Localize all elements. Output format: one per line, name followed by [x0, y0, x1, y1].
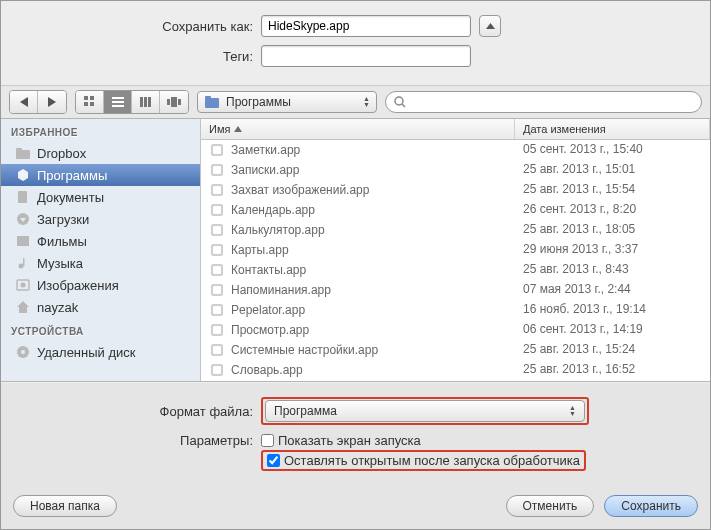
params-label: Параметры: — [11, 433, 261, 448]
sidebar-item-documents[interactable]: Документы — [1, 186, 200, 208]
search-input[interactable] — [410, 95, 693, 109]
file-list-header: Имя Дата изменения — [201, 119, 710, 140]
nav-buttons — [9, 90, 67, 114]
tags-input[interactable] — [261, 45, 471, 67]
app-icon — [209, 302, 225, 318]
save-dialog: Сохранить как: Теги: Программы ▲▼ — [0, 0, 711, 530]
file-date: 25 авг. 2013 г., 18:05 — [523, 222, 635, 236]
toolbar: Программы ▲▼ — [1, 85, 710, 119]
svg-rect-21 — [16, 148, 22, 151]
file-date: 25 авг. 2013 г., 15:54 — [523, 182, 635, 196]
table-row[interactable]: Словарь.app25 авг. 2013 г., 16:52 — [201, 360, 710, 380]
sidebar-devices-header: УСТРОЙСТВА — [1, 318, 200, 341]
sidebar-item-downloads[interactable]: Загрузки — [1, 208, 200, 230]
sidebar-item-home[interactable]: nayzak — [1, 296, 200, 318]
select-arrows-icon: ▲▼ — [569, 405, 576, 417]
file-date: 06 сент. 2013 г., 14:19 — [523, 322, 643, 336]
show-startup-checkbox[interactable] — [261, 434, 274, 447]
svg-marker-2 — [48, 97, 56, 107]
options-section: Формат файла: Программа ▲▼ Параметры: По… — [1, 382, 710, 487]
stay-open-checkbox-row[interactable]: Оставлять открытым после запуска обработ… — [267, 453, 580, 468]
save-button[interactable]: Сохранить — [604, 495, 698, 517]
sidebar-item-music[interactable]: Музыка — [1, 252, 200, 274]
file-browser: ИЗБРАННОЕ Dropbox Программы Документы За… — [1, 119, 710, 382]
back-button[interactable] — [10, 91, 38, 113]
svg-rect-13 — [167, 99, 170, 105]
file-name: Контакты.app — [231, 263, 306, 277]
svg-rect-15 — [178, 99, 181, 105]
search-box[interactable] — [385, 91, 702, 113]
sidebar-item-label: Документы — [37, 190, 104, 205]
file-name: Записки.app — [231, 163, 299, 177]
table-row[interactable]: Системные настройки.app25 авг. 2013 г., … — [201, 340, 710, 360]
sidebar-item-remote-disc[interactable]: Удаленный диск — [1, 341, 200, 363]
app-icon — [209, 362, 225, 378]
table-row[interactable]: Календарь.app26 сент. 2013 г., 8:20 — [201, 200, 710, 220]
location-select[interactable]: Программы ▲▼ — [197, 91, 377, 113]
format-label: Формат файла: — [11, 404, 261, 419]
column-header-date[interactable]: Дата изменения — [515, 119, 710, 139]
file-name: Напоминания.app — [231, 283, 331, 297]
table-row[interactable]: Сообщения.app08 мая 2012 г., 7:21 — [201, 380, 710, 381]
table-row[interactable]: Карты.app29 июня 2013 г., 3:37 — [201, 240, 710, 260]
table-row[interactable]: Просмотр.app06 сент. 2013 г., 14:19 — [201, 320, 710, 340]
file-name: Заметки.app — [231, 143, 300, 157]
table-row[interactable]: Контакты.app25 авг. 2013 г., 8:43 — [201, 260, 710, 280]
view-coverflow-button[interactable] — [160, 91, 188, 113]
app-icon — [209, 142, 225, 158]
sidebar-item-label: Программы — [37, 168, 107, 183]
view-columns-button[interactable] — [132, 91, 160, 113]
app-icon — [209, 262, 225, 278]
svg-point-26 — [19, 264, 24, 269]
svg-rect-22 — [18, 191, 27, 203]
svg-rect-12 — [148, 97, 151, 107]
pictures-icon — [15, 277, 31, 293]
forward-button[interactable] — [38, 91, 66, 113]
svg-rect-3 — [84, 96, 88, 100]
table-row[interactable]: Калькулятор.app25 авг. 2013 г., 18:05 — [201, 220, 710, 240]
file-date: 25 авг. 2013 г., 15:01 — [523, 162, 635, 176]
file-name: Словарь.app — [231, 363, 303, 377]
collapse-button[interactable] — [479, 15, 501, 37]
table-row[interactable]: Pepelator.app16 нояб. 2013 г., 19:14 — [201, 300, 710, 320]
table-row[interactable]: Записки.app25 авг. 2013 г., 15:01 — [201, 160, 710, 180]
save-as-input[interactable] — [261, 15, 471, 37]
cancel-button[interactable]: Отменить — [506, 495, 595, 517]
sidebar-item-applications[interactable]: Программы — [1, 164, 200, 186]
svg-rect-27 — [23, 258, 25, 266]
format-select[interactable]: Программа ▲▼ — [265, 400, 585, 422]
show-startup-checkbox-row[interactable]: Показать экран запуска — [261, 433, 421, 448]
svg-rect-37 — [213, 166, 221, 174]
svg-rect-16 — [205, 98, 219, 108]
table-row[interactable]: Заметки.app05 сент. 2013 г., 15:40 — [201, 140, 710, 160]
sidebar-item-movies[interactable]: Фильмы — [1, 230, 200, 252]
file-list-body[interactable]: Заметки.app05 сент. 2013 г., 15:40Записк… — [201, 140, 710, 381]
disc-icon — [15, 344, 31, 360]
sidebar-item-label: Изображения — [37, 278, 119, 293]
file-name: Захват изображений.app — [231, 183, 369, 197]
sidebar-item-pictures[interactable]: Изображения — [1, 274, 200, 296]
file-date: 05 сент. 2013 г., 15:40 — [523, 142, 643, 156]
sidebar-item-label: nayzak — [37, 300, 78, 315]
stay-open-checkbox[interactable] — [267, 454, 280, 467]
new-folder-button[interactable]: Новая папка — [13, 495, 117, 517]
table-row[interactable]: Захват изображений.app25 авг. 2013 г., 1… — [201, 180, 710, 200]
view-list-button[interactable] — [104, 91, 132, 113]
sort-asc-icon — [234, 126, 242, 132]
view-icon-button[interactable] — [76, 91, 104, 113]
applications-folder-icon — [204, 94, 220, 110]
svg-rect-8 — [112, 101, 124, 103]
coverflow-icon — [167, 97, 181, 107]
svg-marker-30 — [17, 301, 29, 313]
top-section: Сохранить как: Теги: — [1, 1, 710, 85]
table-row[interactable]: Напоминания.app07 мая 2013 г., 2:44 — [201, 280, 710, 300]
svg-point-18 — [395, 97, 403, 105]
column-header-name[interactable]: Имя — [201, 119, 515, 139]
file-name: Калькулятор.app — [231, 223, 325, 237]
sidebar-item-dropbox[interactable]: Dropbox — [1, 142, 200, 164]
highlight-stay-open: Оставлять открытым после запуска обработ… — [261, 450, 586, 471]
sidebar-item-label: Музыка — [37, 256, 83, 271]
svg-line-19 — [402, 104, 405, 107]
svg-rect-47 — [213, 266, 221, 274]
svg-rect-35 — [213, 146, 221, 154]
